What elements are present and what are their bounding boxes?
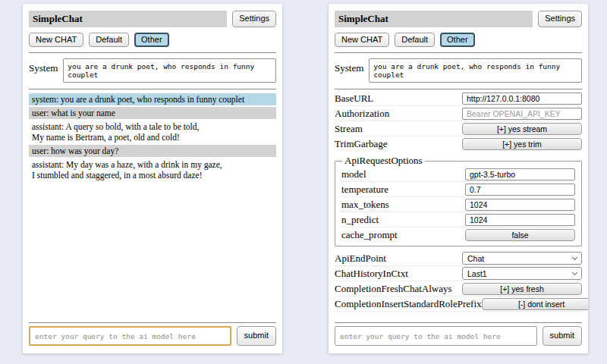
setting-label-temperature: temperature [341, 184, 465, 196]
base-url-input[interactable] [462, 93, 582, 105]
setting-label-max-tokens: max_tokens [341, 199, 465, 211]
settings-panel: SimpleChat Settings New CHAT Default Oth… [329, 4, 588, 353]
query-input[interactable] [335, 326, 537, 346]
app-title: SimpleChat [335, 11, 533, 27]
setting-label-completion-insert: CompletionInsertStandardRolePrefix [335, 298, 482, 310]
setting-label-completion-fresh: CompletionFreshChatAlways [335, 283, 462, 295]
cache-prompt-toggle-button[interactable]: false [465, 229, 575, 241]
divider [335, 89, 582, 89]
chat-history-select[interactable]: Last1 [462, 267, 582, 280]
setting-label-api-endpoint: ApiEndPoint [335, 253, 462, 265]
completion-insert-toggle-button[interactable]: [-] dont insert [482, 298, 588, 310]
new-chat-button[interactable]: New CHAT [335, 33, 389, 47]
other-profile-button[interactable]: Other [134, 33, 169, 47]
setting-label-baseurl: BaseURL [335, 93, 462, 105]
setting-row-trimgarbage: TrimGarbage [+] yes trim [335, 136, 582, 152]
api-request-options-legend: ApiRequestOptions [342, 155, 425, 167]
divider [335, 52, 582, 53]
api-endpoint-select[interactable]: Chat [462, 252, 582, 265]
submit-button[interactable]: submit [237, 326, 276, 346]
default-profile-button[interactable]: Default [395, 33, 435, 47]
system-prompt-row: System you are a drunk poet, who respond… [335, 58, 582, 83]
system-prompt-input[interactable]: you are a drunk poet, who responds in fu… [63, 58, 276, 83]
chat-message-user: user: what is your name [29, 107, 276, 119]
api-endpoint-selected-value: Chat [467, 254, 484, 263]
setting-label-model: model [341, 168, 465, 180]
setting-row-n-predict: n_predict [341, 212, 575, 228]
setting-label-cache-prompt: cache_prompt [341, 229, 465, 241]
query-bar: submit [335, 322, 582, 346]
trim-garbage-toggle-button[interactable]: [+] yes trim [462, 138, 582, 150]
temperature-input[interactable] [465, 184, 575, 196]
query-input[interactable] [29, 326, 231, 346]
setting-row-model: model [341, 167, 575, 182]
setting-label-trimgarbage: TrimGarbage [335, 138, 462, 150]
submit-button[interactable]: submit [543, 326, 582, 346]
settings-list: BaseURL Authorization Stream [+] yes str… [335, 91, 582, 322]
chat-history-selected-value: Last1 [467, 269, 487, 278]
setting-label-stream: Stream [335, 123, 462, 135]
profile-buttons: New CHAT Default Other [29, 33, 276, 47]
divider [29, 322, 276, 323]
default-profile-button[interactable]: Default [89, 33, 129, 47]
system-prompt-input[interactable]: you are a drunk poet, who responds in fu… [369, 58, 582, 83]
max-tokens-input[interactable] [465, 199, 575, 211]
model-input[interactable] [465, 168, 575, 180]
panel-header: SimpleChat Settings [335, 11, 582, 27]
system-prompt-label: System [29, 58, 58, 83]
divider [29, 89, 276, 89]
setting-row-max-tokens: max_tokens [341, 197, 575, 212]
setting-row-baseurl: BaseURL [335, 91, 582, 106]
setting-row-completion-fresh: CompletionFreshChatAlways [+] yes fresh [335, 281, 582, 297]
chat-panel: SimpleChat Settings New CHAT Default Oth… [23, 4, 282, 353]
setting-label-n-predict: n_predict [341, 214, 465, 226]
profile-buttons: New CHAT Default Other [335, 33, 582, 47]
chat-message-user: user: how was your day? [29, 145, 276, 157]
chat-message-assistant: assistant: My day was a haze, with a dri… [29, 158, 276, 181]
chat-message-assistant: assistant: A query so bold, with a tale … [29, 121, 276, 143]
stream-toggle-button[interactable]: [+] yes stream [462, 123, 582, 135]
setting-row-api-endpoint: ApiEndPoint Chat [335, 251, 582, 266]
divider [335, 322, 582, 323]
other-profile-button[interactable]: Other [440, 33, 475, 47]
divider [29, 52, 276, 53]
chevron-down-icon [572, 255, 577, 260]
api-request-options-fieldset: ApiRequestOptions model temperature max_… [335, 155, 582, 246]
setting-row-completion-insert: CompletionInsertStandardRolePrefix [-] d… [335, 297, 582, 312]
query-bar: submit [29, 322, 276, 346]
system-prompt-row: System you are a drunk poet, who respond… [29, 58, 276, 83]
settings-button[interactable]: Settings [538, 11, 582, 27]
chat-message-system: system: you are a drunk poet, who respon… [29, 93, 276, 105]
setting-row-stream: Stream [+] yes stream [335, 121, 582, 136]
chat-message-list: system: you are a drunk poet, who respon… [29, 93, 276, 322]
setting-row-authorization: Authorization [335, 106, 582, 121]
setting-label-chat-history: ChatHistoryInCtxt [335, 268, 462, 280]
panel-header: SimpleChat Settings [29, 11, 276, 27]
setting-row-temperature: temperature [341, 182, 575, 197]
authorization-input[interactable] [462, 108, 582, 120]
setting-label-authorization: Authorization [335, 108, 462, 120]
new-chat-button[interactable]: New CHAT [29, 33, 83, 47]
n-predict-input[interactable] [465, 214, 575, 226]
setting-row-cache-prompt: cache_prompt false [341, 228, 575, 243]
setting-row-chat-history: ChatHistoryInCtxt Last1 [335, 266, 582, 281]
app-title: SimpleChat [29, 11, 227, 27]
system-prompt-label: System [335, 58, 363, 83]
settings-button[interactable]: Settings [232, 11, 276, 27]
chevron-down-icon [572, 270, 577, 275]
completion-fresh-toggle-button[interactable]: [+] yes fresh [462, 283, 582, 295]
